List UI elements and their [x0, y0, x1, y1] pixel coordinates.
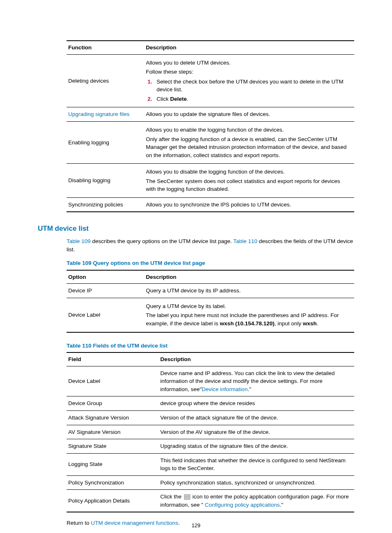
function-cell: Deleting devices [67, 54, 144, 107]
table-row: Device IP Query a UTM device by its IP a… [67, 284, 354, 298]
field-cell: Policy Application Details [67, 490, 159, 512]
table-109-link[interactable]: Table 109 [67, 238, 91, 244]
text: Allows you to delete UTM devices. [146, 59, 351, 67]
configuring-policy-applications-link[interactable]: Configuring policy applications [205, 502, 279, 508]
text: Allows you to disable the logging functi… [146, 168, 351, 176]
table-header: Description [144, 270, 354, 284]
query-options-table: Option Description Device IP Query a UTM… [67, 270, 354, 333]
svg-rect-0 [184, 495, 190, 500]
upgrading-signature-files-link[interactable]: Upgrading signature files [68, 111, 129, 117]
step-item: Click Delete. [154, 95, 351, 103]
table-header: Description [159, 352, 354, 366]
table-row: Disabling logging Allows you to disable … [67, 164, 354, 198]
description-cell: Allows you to disable the logging functi… [144, 164, 354, 198]
description-cell: This field indicates that whether the de… [159, 453, 354, 475]
function-cell: Disabling logging [67, 164, 144, 198]
field-cell: Signature State [67, 439, 159, 454]
table-header: Option [67, 270, 144, 284]
text: Follow these steps: [146, 68, 351, 76]
field-cell: Logging State [67, 453, 159, 475]
description-cell: Allows you to synchronize the IPS polici… [144, 197, 354, 212]
table-row: Deleting devices Allows you to delete UT… [67, 54, 354, 107]
functions-table: Function Description Deleting devices Al… [67, 40, 354, 212]
field-cell: AV Signature Version [67, 425, 159, 439]
device-information-link[interactable]: Device information [202, 386, 248, 392]
grid-icon [184, 494, 190, 500]
function-cell: Synchronizing policies [67, 197, 144, 212]
table-header: Description [144, 41, 354, 54]
option-cell: Device Label [67, 298, 144, 332]
description-cell: device group where the device resides [159, 396, 354, 411]
table-110-title: Table 110 Fields of the UTM device list [67, 342, 354, 350]
table-row: Device Group device group where the devi… [67, 396, 354, 411]
description-cell: Device name and IP address. You can clic… [159, 366, 354, 396]
field-cell: Device Label [67, 366, 159, 396]
step-item: Select the check box before the UTM devi… [154, 78, 351, 94]
table-row: Device Label Query a UTM device by its l… [67, 298, 354, 332]
table-row: AV Signature Version Version of the AV s… [67, 425, 354, 439]
field-cell: Policy Synchronization [67, 475, 159, 490]
table-row: Device Label Device name and IP address.… [67, 366, 354, 396]
table-row: Policy Synchronization Policy synchroniz… [67, 475, 354, 490]
table-row: Attack Signature Version Version of the … [67, 410, 354, 425]
description-cell: Upgrading status of the signature files … [159, 439, 354, 454]
function-cell: Enabling logging [67, 121, 144, 163]
description-cell: Query a UTM device by its IP address. [144, 284, 354, 298]
table-109-title: Table 109 Query options on the UTM devic… [67, 259, 354, 267]
description-cell: Click the icon to enter the policy appli… [159, 490, 354, 512]
field-cell: Device Group [67, 396, 159, 411]
table-row: Enabling logging Allows you to enable th… [67, 121, 354, 163]
table-row: Synchronizing policies Allows you to syn… [67, 197, 354, 212]
table-header: Function [67, 41, 144, 54]
table-row: Logging State This field indicates that … [67, 453, 354, 475]
text: Query a UTM device by its label. [146, 302, 351, 311]
utm-device-list-heading: UTM device list [38, 224, 354, 234]
option-cell: Device IP [67, 284, 144, 298]
description-cell: Allows you to delete UTM devices. Follow… [144, 54, 354, 107]
field-cell: Attack Signature Version [67, 410, 159, 425]
table-row: Signature State Upgrading status of the … [67, 439, 354, 454]
description-cell: Version of the attack signature file of … [159, 410, 354, 425]
text: The label you input here must not includ… [146, 311, 351, 327]
description-cell: Allows you to update the signature files… [144, 107, 354, 122]
table-row: Upgrading signature files Allows you to … [67, 107, 354, 122]
table-header: Field [67, 352, 159, 366]
description-cell: Allows you to enable the logging functio… [144, 121, 354, 163]
text: Only after the logging function of a dev… [146, 135, 351, 160]
table-row: Policy Application Details Click the ico… [67, 490, 354, 512]
text: The SecCenter system does not collect st… [146, 177, 351, 193]
table-110-link[interactable]: Table 110 [233, 238, 258, 244]
fields-table: Field Description Device Label Device na… [67, 352, 354, 512]
text: Allows you to enable the logging functio… [146, 126, 351, 134]
description-cell: Version of the AV signature file of the … [159, 425, 354, 439]
description-cell: Policy synchronization status, synchroni… [159, 475, 354, 490]
function-cell: Upgrading signature files [67, 107, 144, 122]
paragraph: Table 109 describes the query options on… [67, 237, 354, 253]
description-cell: Query a UTM device by its label. The lab… [144, 298, 354, 332]
page-number: 129 [38, 522, 354, 530]
